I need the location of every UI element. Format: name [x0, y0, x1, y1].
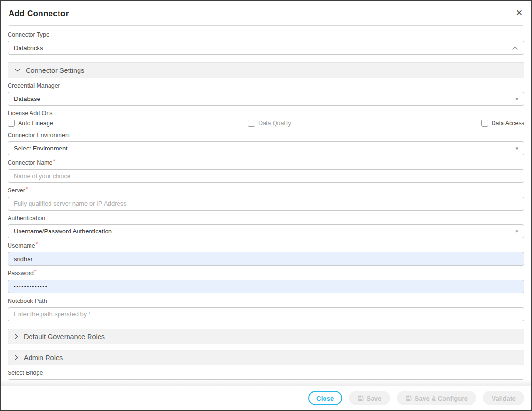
connector-environment-value: Select Environment — [14, 145, 68, 152]
required-asterisk: * — [53, 158, 56, 165]
notebook-path-field[interactable] — [8, 307, 524, 321]
add-connector-dialog: Add Connector ✕ Connector Type Databrick… — [0, 0, 532, 411]
save-icon — [405, 395, 412, 401]
connector-settings-section-label: Connector Settings — [26, 67, 84, 74]
default-governance-roles-section-header[interactable]: Default Governance Roles — [8, 329, 524, 344]
password-field[interactable] — [8, 280, 524, 293]
username-label-text: Username — [8, 242, 35, 249]
connector-type-value: Databricks — [14, 44, 43, 51]
server-label-text: Server — [8, 187, 25, 194]
authentication-label: Authentication — [8, 215, 524, 222]
dialog-header: Add Connector ✕ — [1, 1, 531, 26]
data-quality-checkbox[interactable] — [248, 120, 255, 127]
close-icon[interactable]: ✕ — [516, 9, 522, 17]
connector-form: Connector Type Databricks Connector Sett… — [1, 26, 531, 380]
server-label: Server* — [8, 187, 524, 194]
required-asterisk: * — [26, 186, 28, 192]
select-bridge-label: Select Bridge — [8, 370, 524, 377]
save-button[interactable]: Save — [349, 391, 390, 405]
footer-shadow — [1, 380, 531, 386]
connector-name-field[interactable] — [8, 169, 524, 183]
validate-button[interactable]: Validate — [483, 391, 524, 405]
auto-lineage-option[interactable]: Auto Lineage — [8, 120, 53, 127]
save-configure-button[interactable]: Save & Configure — [397, 391, 477, 405]
close-button[interactable]: Close — [308, 391, 342, 405]
dropdown-arrow-icon: ▾ — [515, 96, 518, 101]
data-access-checkbox[interactable] — [481, 120, 488, 127]
required-asterisk: * — [36, 241, 38, 248]
chevron-right-icon — [14, 354, 19, 361]
chevron-down-icon — [14, 68, 20, 72]
credential-manager-select[interactable]: Database ▾ — [8, 92, 524, 106]
dialog-footer: Close Save Save & Configure Validate — [1, 386, 531, 410]
chevron-up-icon — [512, 46, 518, 50]
license-add-ons-label: License Add Ons — [8, 110, 524, 117]
data-quality-label: Data Quality — [258, 120, 291, 127]
dropdown-arrow-icon: ▾ — [515, 146, 518, 151]
dialog-title: Add Connector — [9, 9, 523, 19]
save-button-label: Save — [367, 395, 382, 402]
connector-environment-select[interactable]: Select Environment ▾ — [8, 141, 524, 155]
credential-manager-label: Credential Manager — [8, 82, 524, 90]
password-label-text: Password — [8, 270, 34, 277]
dropdown-arrow-icon: ▾ — [515, 229, 518, 234]
notebook-path-label: Notebook Path — [8, 298, 524, 305]
server-field[interactable] — [8, 197, 524, 211]
header-divider — [9, 25, 523, 26]
required-asterisk: * — [34, 269, 37, 275]
connector-type-label: Connector Type — [8, 31, 524, 39]
connector-settings-section-header[interactable]: Connector Settings — [8, 62, 524, 78]
username-field[interactable] — [8, 252, 524, 266]
default-governance-roles-section-label: Default Governance Roles — [24, 333, 105, 341]
admin-roles-section-label: Admin Roles — [24, 354, 63, 361]
username-label: Username* — [8, 242, 524, 250]
connector-type-select[interactable]: Databricks — [8, 41, 524, 55]
data-access-option[interactable]: Data Access — [481, 120, 524, 127]
auto-lineage-label: Auto Lineage — [18, 120, 53, 127]
save-icon — [357, 395, 364, 401]
password-label: Password* — [8, 270, 524, 277]
connector-name-label: Connector Name* — [8, 160, 524, 167]
connector-environment-label: Connector Environment — [8, 132, 524, 139]
license-add-ons-row: Auto Lineage Data Quality Data Access — [8, 120, 524, 128]
authentication-value: Username/Password Authentication — [14, 228, 112, 235]
connector-name-label-text: Connector Name — [8, 160, 53, 166]
data-quality-option[interactable]: Data Quality — [248, 120, 291, 127]
credential-manager-value: Database — [14, 95, 40, 102]
chevron-right-icon — [14, 333, 19, 340]
data-access-label: Data Access — [492, 120, 524, 127]
save-configure-button-label: Save & Configure — [415, 395, 468, 402]
admin-roles-section-header[interactable]: Admin Roles — [8, 350, 524, 365]
authentication-select[interactable]: Username/Password Authentication ▾ — [8, 224, 524, 238]
auto-lineage-checkbox[interactable] — [8, 120, 15, 127]
